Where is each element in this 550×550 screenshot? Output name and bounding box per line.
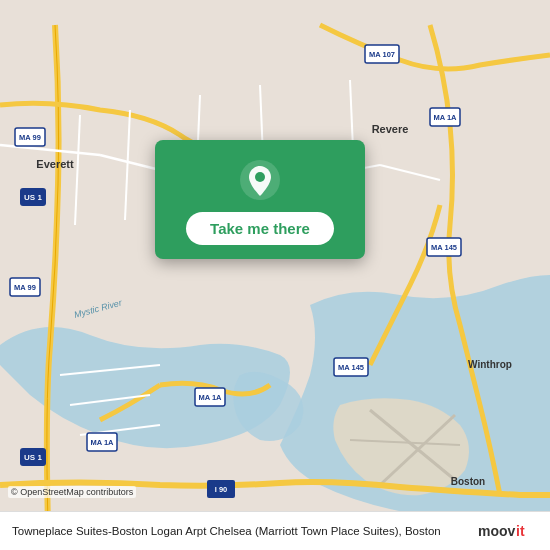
svg-point-46 — [255, 172, 265, 182]
osm-text: © OpenStreetMap contributors — [11, 487, 133, 497]
svg-text:Everett: Everett — [36, 158, 74, 170]
svg-text:MA 99: MA 99 — [14, 283, 36, 292]
svg-text:I 90: I 90 — [215, 485, 228, 494]
svg-text:Winthrop: Winthrop — [468, 359, 512, 370]
osm-attribution: © OpenStreetMap contributors — [8, 486, 136, 498]
map-background: US 1 US 1 MA 99 MA 99 MA 107 MA 1A MA 1A… — [0, 0, 550, 550]
location-pin-icon — [238, 158, 282, 202]
location-name: Towneplace Suites-Boston Logan Arpt Chel… — [12, 524, 468, 539]
svg-text:MA 107: MA 107 — [369, 50, 395, 59]
svg-text:US 1: US 1 — [24, 193, 42, 202]
svg-text:MA 99: MA 99 — [19, 133, 41, 142]
svg-text:MA 1A: MA 1A — [90, 438, 114, 447]
svg-text:MA 1A: MA 1A — [198, 393, 222, 402]
svg-text:moov: moov — [478, 523, 516, 539]
svg-text:MA 1A: MA 1A — [433, 113, 457, 122]
popup-card: Take me there — [155, 140, 365, 259]
take-me-there-button[interactable]: Take me there — [186, 212, 334, 245]
info-bar: Towneplace Suites-Boston Logan Arpt Chel… — [0, 511, 550, 550]
svg-text:it: it — [516, 523, 525, 539]
moovit-logo-svg: moov it — [478, 520, 538, 542]
svg-text:Boston: Boston — [451, 476, 485, 487]
moovit-logo: moov it — [478, 520, 538, 542]
svg-text:US 1: US 1 — [24, 453, 42, 462]
map-container: US 1 US 1 MA 99 MA 99 MA 107 MA 1A MA 1A… — [0, 0, 550, 550]
svg-text:MA 145: MA 145 — [338, 363, 364, 372]
svg-text:MA 145: MA 145 — [431, 243, 457, 252]
svg-text:Revere: Revere — [372, 123, 409, 135]
